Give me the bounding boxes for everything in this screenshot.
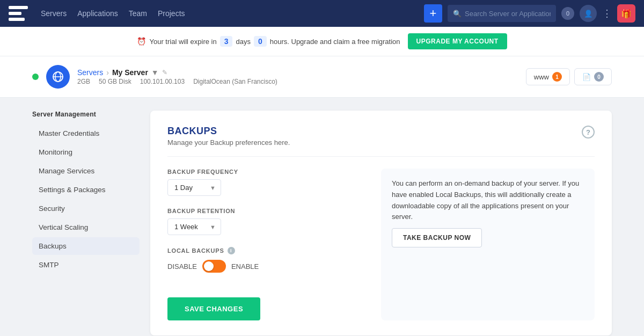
backup-retention-field: BACKUP RETENTION 1 Week 2 Weeks 1 Month … xyxy=(167,208,360,235)
panel-divider xyxy=(167,156,595,157)
backup-frequency-select-wrapper: 1 Day 12 Hours 6 Hours ▼ xyxy=(167,179,221,196)
sidebar-item-master-credentials[interactable]: Master Credentials xyxy=(32,125,140,142)
server-header: Servers › My Server ▼ ✎ 2GB 50 GB Disk 1… xyxy=(0,56,644,98)
server-icon xyxy=(46,65,70,89)
search-input[interactable] xyxy=(465,10,551,18)
panel-subtitle: Manage your Backup preferences here. xyxy=(167,138,290,147)
trial-bar: ⏰ Your trial will expire in 3 days 0 hou… xyxy=(0,27,644,56)
toggle-row: DISABLE ENABLE xyxy=(167,260,360,273)
svg-rect-1 xyxy=(9,12,21,15)
panel-header: BACKUPS Manage your Backup preferences h… xyxy=(167,126,595,147)
server-provider: DigitalOcean (San Francisco) xyxy=(193,78,277,85)
search-box: 🔍 xyxy=(448,5,556,22)
upgrade-button[interactable]: UPGRADE MY ACCOUNT xyxy=(408,33,507,49)
server-info: Servers › My Server ▼ ✎ 2GB 50 GB Disk 1… xyxy=(32,65,277,89)
toggle-enable-label: ENABLE xyxy=(231,262,259,271)
sidebar: Server Management Master Credentials Mon… xyxy=(32,111,140,335)
server-ip: 100.101.00.103 xyxy=(140,78,185,85)
gift-icon: 🎁 xyxy=(621,9,632,19)
sidebar-item-monitoring[interactable]: Monitoring xyxy=(32,143,140,161)
local-backups-field: LOCAL BACKUPS i DISABLE ENABLE xyxy=(167,247,360,273)
gift-button[interactable]: 🎁 xyxy=(617,4,635,23)
www-tag[interactable]: www 1 xyxy=(526,68,570,85)
server-meta: 2GB 50 GB Disk 100.101.00.103 DigitalOce… xyxy=(77,78,277,85)
server-details: Servers › My Server ▼ ✎ 2GB 50 GB Disk 1… xyxy=(77,68,277,85)
backup-frequency-label: BACKUP FREQUENCY xyxy=(167,169,360,175)
sidebar-item-vertical-scaling[interactable]: Vertical Scaling xyxy=(32,218,140,236)
nav-servers[interactable]: Servers xyxy=(41,9,67,18)
files-tag-count: 0 xyxy=(594,72,604,82)
nav-projects[interactable]: Projects xyxy=(158,9,185,18)
form-left: BACKUP FREQUENCY 1 Day 12 Hours 6 Hours … xyxy=(167,169,360,320)
form-right-info: You can perform an on-demand backup of y… xyxy=(381,169,595,320)
form-content: BACKUP FREQUENCY 1 Day 12 Hours 6 Hours … xyxy=(167,169,595,320)
www-tag-label: www xyxy=(534,73,549,81)
avatar-button[interactable]: 👤 xyxy=(580,5,597,22)
save-changes-button[interactable]: SAVE CHANGES xyxy=(167,297,260,320)
server-status-dot xyxy=(32,74,39,80)
toggle-slider xyxy=(202,260,226,273)
sidebar-item-smtp[interactable]: SMTP xyxy=(32,256,140,274)
www-tag-count: 1 xyxy=(552,72,562,82)
backup-retention-select-wrapper: 1 Week 2 Weeks 1 Month ▼ xyxy=(167,218,221,235)
server-name: My Server xyxy=(112,68,148,77)
take-backup-button[interactable]: TAKE BACKUP NOW xyxy=(392,228,482,247)
trial-hours-label: hours. Upgrade and claim a free migratio… xyxy=(270,38,400,46)
local-backups-info-icon[interactable]: i xyxy=(228,247,235,254)
local-backups-toggle[interactable] xyxy=(202,260,226,273)
local-backups-label: LOCAL BACKUPS i xyxy=(167,247,360,254)
files-icon: 📄 xyxy=(582,73,591,81)
sidebar-item-manage-services[interactable]: Manage Services xyxy=(32,162,140,180)
toggle-disable-label: DISABLE xyxy=(167,262,197,271)
svg-rect-0 xyxy=(9,6,28,9)
search-icon: 🔍 xyxy=(453,10,462,18)
backup-retention-select[interactable]: 1 Week 2 Weeks 1 Month xyxy=(167,218,221,235)
files-tag[interactable]: 📄 0 xyxy=(574,68,612,85)
backup-frequency-select[interactable]: 1 Day 12 Hours 6 Hours xyxy=(167,179,221,196)
trial-days: 3 xyxy=(220,36,233,47)
dropdown-chevron-icon[interactable]: ▼ xyxy=(151,68,159,77)
add-button[interactable]: + xyxy=(424,4,442,23)
topnav: Servers Applications Team Projects + 🔍 0… xyxy=(0,0,644,27)
server-ram: 2GB xyxy=(77,78,90,85)
breadcrumb: Servers › My Server ▼ ✎ xyxy=(77,68,277,77)
avatar-icon: 👤 xyxy=(584,10,593,18)
notification-badge[interactable]: 0 xyxy=(561,7,574,20)
server-disk: 50 GB Disk xyxy=(99,78,131,85)
breadcrumb-separator: › xyxy=(106,68,109,77)
panel-title-group: BACKUPS Manage your Backup preferences h… xyxy=(167,126,290,147)
trial-hours: 0 xyxy=(254,36,267,47)
backup-retention-label: BACKUP RETENTION xyxy=(167,208,360,214)
more-options-button[interactable]: ⋮ xyxy=(602,8,612,19)
nav-links: Servers Applications Team Projects xyxy=(41,9,411,18)
panel-title: BACKUPS xyxy=(167,126,290,137)
content-panel: BACKUPS Manage your Backup preferences h… xyxy=(150,111,612,335)
nav-applications[interactable]: Applications xyxy=(77,9,118,18)
server-tags: www 1 📄 0 xyxy=(526,68,612,85)
topnav-right: + 🔍 0 👤 ⋮ 🎁 xyxy=(424,4,635,23)
sidebar-item-settings[interactable]: Settings & Packages xyxy=(32,181,140,199)
sidebar-item-backups[interactable]: Backups xyxy=(32,237,140,255)
svg-rect-2 xyxy=(9,18,25,21)
logo[interactable] xyxy=(9,6,28,21)
clock-icon: ⏰ xyxy=(137,37,146,46)
backup-info-text: You can perform an on-demand backup of y… xyxy=(392,178,584,223)
edit-icon[interactable]: ✎ xyxy=(162,69,167,76)
main-content: Server Management Master Credentials Mon… xyxy=(0,98,644,336)
help-icon[interactable]: ? xyxy=(582,126,595,138)
sidebar-item-security[interactable]: Security xyxy=(32,200,140,217)
breadcrumb-servers-link[interactable]: Servers xyxy=(77,68,103,77)
trial-text-before: Your trial will expire in xyxy=(149,38,216,46)
nav-team[interactable]: Team xyxy=(129,9,147,18)
sidebar-section-title: Server Management xyxy=(32,111,140,118)
trial-days-label: days xyxy=(236,38,250,46)
backup-frequency-field: BACKUP FREQUENCY 1 Day 12 Hours 6 Hours … xyxy=(167,169,360,196)
